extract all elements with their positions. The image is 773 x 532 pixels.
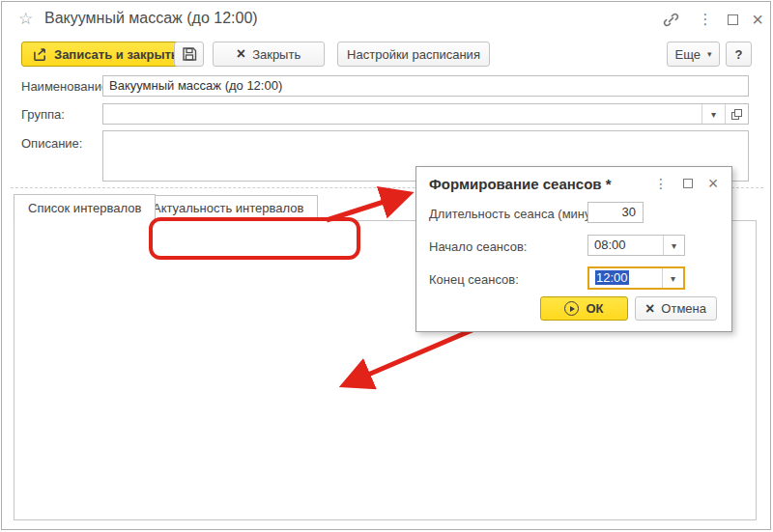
cancel-label: Отмена xyxy=(661,301,706,316)
name-input[interactable]: Вакуумный массаж (до 12:00) xyxy=(102,75,749,97)
title-bar: ☆ Вакуумный массаж (до 12:00) ⋮ × xyxy=(2,2,770,37)
start-value[interactable]: 08:00 xyxy=(588,236,663,255)
save-button[interactable] xyxy=(174,42,204,67)
duration-label: Длительность сеанса (минут): xyxy=(429,207,604,221)
more-label: Еще xyxy=(675,47,701,62)
more-button[interactable]: Еще ▾ xyxy=(667,42,720,67)
start-label: Начало сеансов: xyxy=(429,239,527,254)
tab-interval-actuality-label: Актуальность интервалов xyxy=(153,201,303,215)
close-x-icon: × xyxy=(237,46,245,62)
floppy-icon xyxy=(182,46,197,62)
favorite-star-icon[interactable]: ☆ xyxy=(18,9,33,29)
end-dropdown-icon[interactable]: ▾ xyxy=(662,268,683,288)
ok-play-icon xyxy=(564,301,579,316)
group-dropdown-icon[interactable]: ▾ xyxy=(701,104,725,124)
dialog-maximize-icon[interactable] xyxy=(677,173,699,194)
window-title: Вакуумный массаж (до 12:00) xyxy=(44,10,258,27)
link-icon[interactable] xyxy=(659,8,682,31)
schedule-settings-label: Настройки расписания xyxy=(347,47,480,62)
tab-interval-list-label: Список интервалов xyxy=(28,201,141,215)
dialog-title: Формирование сеансов * xyxy=(429,176,612,192)
start-dropdown-icon[interactable]: ▾ xyxy=(663,236,684,255)
chevron-down-icon: ▾ xyxy=(707,49,712,59)
save-close-label: Записать и закрыть xyxy=(54,47,179,62)
group-value[interactable] xyxy=(103,104,701,124)
group-open-icon[interactable] xyxy=(725,104,748,124)
ok-label: ОК xyxy=(586,301,603,316)
dialog-close-icon[interactable]: × xyxy=(702,173,724,194)
start-input[interactable]: 08:00 ▾ xyxy=(587,235,685,256)
dialog-menu-icon[interactable]: ⋮ xyxy=(650,173,672,194)
end-value[interactable]: 12:00 xyxy=(595,270,629,285)
group-input[interactable]: ▾ xyxy=(102,103,749,125)
description-label: Описание: xyxy=(21,136,82,151)
close-label: Закрыть xyxy=(252,47,301,62)
ok-button[interactable]: ОК xyxy=(540,296,628,321)
help-button[interactable]: ? xyxy=(726,42,752,67)
cancel-x-icon: × xyxy=(645,301,654,317)
cancel-button[interactable]: × Отмена xyxy=(635,296,717,321)
close-button[interactable]: × Закрыть xyxy=(213,42,325,67)
end-input[interactable]: 12:00 ▾ xyxy=(587,266,685,290)
maximize-icon[interactable] xyxy=(721,8,744,31)
window-menu-icon[interactable]: ⋮ xyxy=(694,8,717,31)
save-close-icon xyxy=(33,47,47,62)
window-close-icon[interactable]: × xyxy=(746,8,769,31)
tab-interval-list[interactable]: Список интервалов xyxy=(14,194,156,221)
group-label: Группа: xyxy=(21,107,65,122)
save-and-close-button[interactable]: Записать и закрыть xyxy=(21,42,190,67)
tab-interval-actuality[interactable]: Актуальность интервалов xyxy=(138,195,318,220)
generate-sessions-dialog: Формирование сеансов * ⋮ × Длительность … xyxy=(415,166,732,332)
help-label: ? xyxy=(735,47,743,62)
name-label: Наименование: xyxy=(21,79,112,94)
end-label: Конец сеансов: xyxy=(429,272,519,287)
duration-input[interactable]: 30 xyxy=(587,202,644,223)
schedule-settings-button[interactable]: Настройки расписания xyxy=(337,42,490,67)
